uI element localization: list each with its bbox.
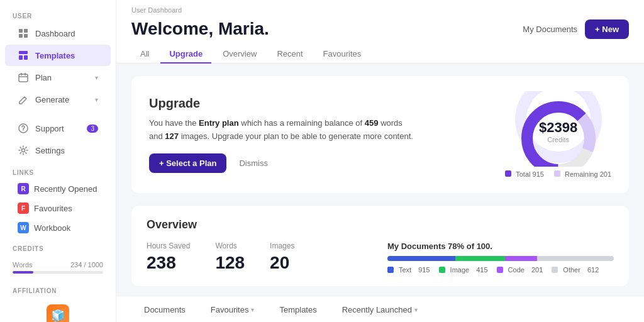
legend-total: Total 915	[505, 170, 544, 178]
overview-section: Overview Hours Saved 238 Words 128 Image…	[131, 206, 629, 286]
sidebar-section-credits: CREDITS	[0, 238, 116, 255]
segment-text	[387, 256, 455, 261]
total-label: Total	[516, 170, 530, 178]
svg-rect-2	[19, 34, 23, 38]
bottom-tab-templates[interactable]: Templates	[267, 296, 329, 322]
image-dot	[439, 267, 445, 273]
sidebar-item-plan[interactable]: Plan ▾	[5, 67, 111, 88]
help-icon	[18, 123, 29, 134]
stat-images: Images 20	[270, 242, 294, 273]
upgrade-desc: You have the Entry plan which has a rema…	[149, 117, 413, 143]
chevron-down-icon: ▾	[95, 96, 98, 103]
link-label: Recently Opened	[34, 184, 97, 194]
chevron-down-icon: ▾	[414, 306, 418, 313]
donut-center: $2398 Credits	[539, 119, 577, 143]
tab-bar: All Upgrade Overview Recent Favourites	[131, 45, 629, 63]
upgrade-card: Upgrade You have the Entry plan which ha…	[131, 76, 629, 193]
sidebar-item-generate[interactable]: Generate ▾	[5, 89, 111, 110]
sidebar-item-support[interactable]: Support 3	[5, 118, 111, 139]
tab-favourites[interactable]: Favourites	[314, 45, 370, 64]
segment-image	[455, 256, 505, 261]
edit-icon	[18, 94, 29, 105]
select-plan-button[interactable]: + Select a Plan	[149, 153, 226, 173]
bottom-tab-label: Templates	[279, 305, 316, 314]
percent-value: 78%	[448, 242, 464, 251]
tab-all[interactable]: All	[131, 45, 158, 64]
link-label: Favourites	[34, 204, 72, 213]
stat-label: Images	[270, 242, 294, 250]
overview-row: Hours Saved 238 Words 128 Images 20 My D…	[147, 242, 614, 274]
dismiss-button[interactable]: Dismiss	[234, 153, 273, 173]
stat-value: 128	[215, 253, 245, 273]
sidebar-item-dashboard[interactable]: Dashboard	[5, 23, 111, 44]
sidebar: USER Dashboard Templates	[0, 0, 116, 322]
bottom-tab-documents[interactable]: Documents	[131, 296, 198, 322]
svg-rect-6	[24, 55, 28, 60]
legend-text: Text 915	[387, 266, 430, 274]
progress-legend: Text 915 Image 415 Code 201 Other 6	[387, 266, 614, 274]
credits-section: Words 234 / 1000	[0, 255, 116, 280]
total-value: 915	[533, 170, 544, 178]
remaining-label: Remaining	[565, 170, 598, 178]
svg-rect-1	[24, 29, 28, 33]
credits-values: 234 / 1000	[70, 261, 103, 269]
svg-rect-5	[19, 55, 23, 60]
stat-hours-saved: Hours Saved 238	[147, 242, 190, 273]
legend-code: Code 201	[497, 266, 543, 274]
upgrade-left: Upgrade You have the Entry plan which ha…	[149, 96, 505, 173]
sidebar-link-recently-opened[interactable]: R Recently Opened	[5, 179, 111, 198]
sidebar-link-workbook[interactable]: W Workbook	[5, 218, 111, 237]
my-documents-link[interactable]: My Documents	[523, 25, 577, 34]
settings-icon	[18, 145, 29, 156]
sidebar-item-label: Support	[35, 124, 64, 133]
donut-legend: Total 915 Remaining 201	[505, 170, 611, 178]
donut-chart-container: $2398 Credits Total 915 Remaining 201	[505, 91, 611, 178]
sidebar-section-links: LINKS	[0, 162, 116, 179]
link-label: Workbook	[34, 223, 70, 233]
chevron-down-icon: ▾	[95, 74, 98, 81]
stat-label: Words	[215, 242, 245, 250]
chevron-down-icon: ▾	[251, 306, 254, 313]
header-actions: My Documents + New	[523, 19, 629, 39]
sidebar-item-templates[interactable]: Templates	[5, 45, 111, 66]
sidebar-item-label: Settings	[35, 146, 65, 155]
legend-other: Other 612	[552, 266, 599, 274]
bottom-tab-recently-launched[interactable]: Recently Launched ▾	[330, 296, 430, 322]
images-remaining: 127	[165, 131, 179, 141]
upgrade-title: Upgrade	[149, 96, 505, 111]
sidebar-item-label: Generate	[35, 95, 69, 104]
new-button[interactable]: + New	[585, 19, 629, 39]
avatar-f: F	[18, 203, 29, 214]
sidebar-item-label: Plan	[35, 73, 52, 82]
main-content: User Dashboard Welcome, Maria. My Docume…	[116, 0, 644, 322]
sidebar-link-favourites[interactable]: F Favourites	[5, 199, 111, 218]
overview-title: Overview	[147, 218, 614, 231]
bottom-tabs: Documents Favourites ▾ Templates Recentl…	[116, 296, 644, 322]
top-bar: User Dashboard Welcome, Maria. My Docume…	[116, 0, 644, 64]
tab-recent[interactable]: Recent	[268, 45, 311, 64]
tab-upgrade[interactable]: Upgrade	[160, 45, 211, 64]
sidebar-item-label: Dashboard	[35, 29, 75, 38]
stat-words: Words 128	[215, 242, 245, 273]
bottom-tab-label: Documents	[144, 305, 186, 314]
affiliation-icon: 🧊	[47, 304, 69, 322]
affiliation-section: 🧊 Invite your friend and get $5. Invite	[0, 297, 116, 322]
sidebar-item-settings[interactable]: Settings	[5, 140, 111, 161]
sidebar-item-label: Templates	[35, 51, 75, 60]
svg-rect-7	[19, 74, 28, 82]
donut-credits-label: Credits	[539, 136, 577, 143]
breadcrumb: User Dashboard	[131, 0, 629, 16]
overview-right: My Documents 78% of 100. Text 915	[387, 242, 614, 274]
words-remaining: 459	[365, 118, 379, 128]
stat-value: 20	[270, 253, 294, 273]
svg-point-10	[22, 149, 25, 152]
progress-bar	[387, 256, 614, 261]
tab-overview[interactable]: Overview	[214, 45, 265, 64]
credits-bar-fill	[13, 271, 33, 274]
svg-rect-3	[24, 34, 28, 38]
grid-icon	[18, 28, 29, 39]
bottom-tab-favourites[interactable]: Favourites ▾	[198, 296, 267, 322]
bottom-tab-label: Favourites	[211, 305, 249, 314]
upgrade-actions: + Select a Plan Dismiss	[149, 153, 505, 173]
page-title: Welcome, Maria.	[131, 19, 269, 39]
